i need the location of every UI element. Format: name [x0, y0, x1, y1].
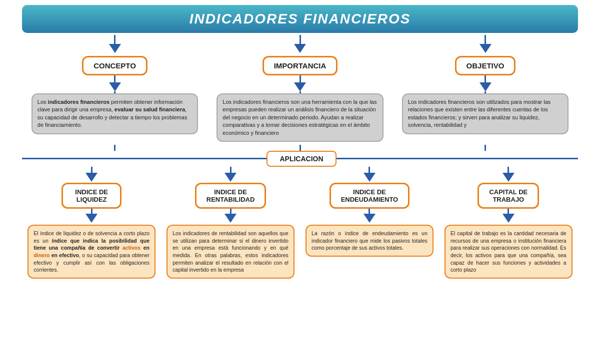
top-arrows	[22, 35, 578, 53]
top-row: CONCEPTO Los indicadores financieros per…	[22, 56, 578, 142]
capital-box: CAPITAL DE TRABAJO	[478, 183, 539, 209]
endeudamiento-box: INDICE DE ENDEUDAMIENTO	[330, 183, 410, 209]
importancia-col: IMPORTANCIA Los indicadores financieros …	[208, 56, 393, 142]
rentabilidad-text: Los indicadores de rentabilidad son aque…	[166, 225, 294, 279]
endeudamiento-col: INDICE DE ENDEUDAMIENTO La razón o índic…	[300, 183, 439, 257]
concepto-text: Los indicadores financieros permiten obt…	[32, 93, 198, 134]
liquidez-col: INDICE DE LIQUIDEZ El índice de liquidez…	[22, 183, 161, 279]
concepto-col: CONCEPTO Los indicadores financieros per…	[22, 56, 208, 134]
rentabilidad-box: INDICE DE RENTABILIDAD	[195, 183, 266, 209]
liquidez-box: INDICE DE LIQUIDEZ	[62, 183, 122, 209]
objetivo-box: OBJETIVO	[455, 56, 516, 75]
capital-col: CAPITAL DE TRABAJO El capital de trabajo…	[439, 183, 578, 279]
liquidez-text: El índice de liquidez o de solvencia a c…	[28, 225, 156, 279]
objetivo-col: OBJETIVO Los indicadores financieros son…	[392, 56, 578, 134]
rentabilidad-col: INDICE DE RENTABILIDAD Los indicadores d…	[161, 183, 300, 279]
importancia-text: Los indicadores financieros son una herr…	[216, 93, 383, 142]
bottom-row: INDICE DE LIQUIDEZ El índice de liquidez…	[22, 183, 578, 279]
main-title: INDICADORES FINANCIEROS	[32, 11, 568, 27]
endeudamiento-text: La razón o índice de endeudamiento es un…	[306, 225, 434, 257]
objetivo-text: Los indicadores financieros son utilizad…	[402, 93, 568, 134]
concepto-box: CONCEPTO	[82, 56, 148, 75]
title-banner: INDICADORES FINANCIEROS	[22, 5, 578, 33]
importancia-box: IMPORTANCIA	[262, 56, 338, 75]
connector-lines	[22, 145, 578, 151]
aplicacion-row: APLICACION	[22, 151, 578, 167]
aplicacion-box: APLICACION	[266, 151, 336, 167]
capital-text: El capital de trabajo es la cantidad nec…	[444, 225, 572, 279]
bottom-connectors	[22, 167, 578, 182]
